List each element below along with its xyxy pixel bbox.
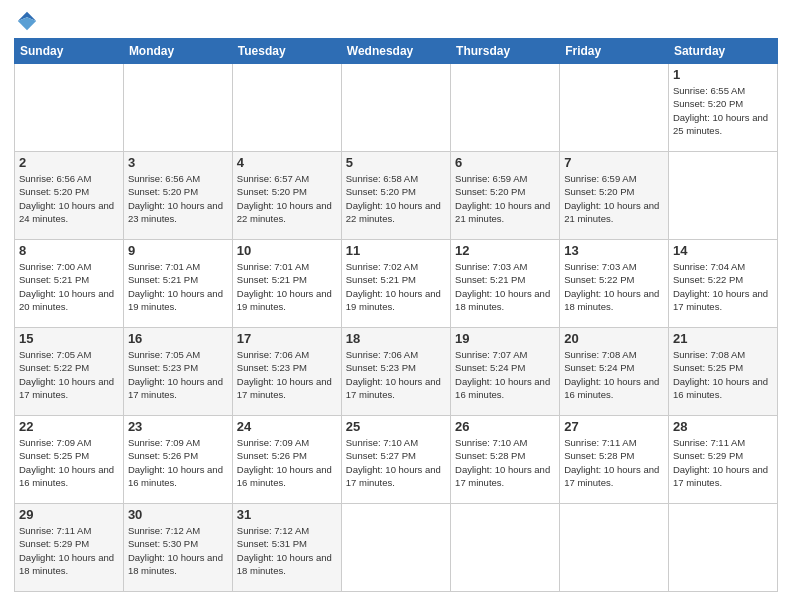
calendar-cell: 26 Sunrise: 7:10 AMSunset: 5:28 PMDaylig…	[451, 416, 560, 504]
day-number: 20	[564, 331, 664, 346]
day-info: Sunrise: 7:03 AMSunset: 5:21 PMDaylight:…	[455, 261, 550, 312]
calendar-cell: 17 Sunrise: 7:06 AMSunset: 5:23 PMDaylig…	[232, 328, 341, 416]
day-number: 26	[455, 419, 555, 434]
calendar-container: SundayMondayTuesdayWednesdayThursdayFrid…	[0, 0, 792, 612]
calendar-cell: 29 Sunrise: 7:11 AMSunset: 5:29 PMDaylig…	[15, 504, 124, 592]
calendar-cell: 18 Sunrise: 7:06 AMSunset: 5:23 PMDaylig…	[341, 328, 450, 416]
day-number: 23	[128, 419, 228, 434]
calendar-day-header: Thursday	[451, 39, 560, 64]
calendar-cell	[451, 504, 560, 592]
day-number: 30	[128, 507, 228, 522]
calendar-cell: 11 Sunrise: 7:02 AMSunset: 5:21 PMDaylig…	[341, 240, 450, 328]
calendar-cell: 9 Sunrise: 7:01 AMSunset: 5:21 PMDayligh…	[123, 240, 232, 328]
day-number: 15	[19, 331, 119, 346]
day-number: 14	[673, 243, 773, 258]
day-number: 29	[19, 507, 119, 522]
day-number: 24	[237, 419, 337, 434]
calendar-week-row: 8 Sunrise: 7:00 AMSunset: 5:21 PMDayligh…	[15, 240, 778, 328]
calendar-cell	[668, 504, 777, 592]
calendar-table: SundayMondayTuesdayWednesdayThursdayFrid…	[14, 38, 778, 592]
calendar-cell	[15, 64, 124, 152]
day-info: Sunrise: 6:57 AMSunset: 5:20 PMDaylight:…	[237, 173, 332, 224]
day-info: Sunrise: 7:11 AMSunset: 5:28 PMDaylight:…	[564, 437, 659, 488]
day-number: 10	[237, 243, 337, 258]
calendar-cell	[341, 504, 450, 592]
calendar-cell	[451, 64, 560, 152]
day-number: 7	[564, 155, 664, 170]
day-info: Sunrise: 7:10 AMSunset: 5:28 PMDaylight:…	[455, 437, 550, 488]
day-info: Sunrise: 7:02 AMSunset: 5:21 PMDaylight:…	[346, 261, 441, 312]
day-info: Sunrise: 6:55 AMSunset: 5:20 PMDaylight:…	[673, 85, 768, 136]
day-number: 31	[237, 507, 337, 522]
day-number: 8	[19, 243, 119, 258]
calendar-week-row: 22 Sunrise: 7:09 AMSunset: 5:25 PMDaylig…	[15, 416, 778, 504]
day-info: Sunrise: 7:01 AMSunset: 5:21 PMDaylight:…	[237, 261, 332, 312]
logo	[14, 10, 38, 32]
day-number: 18	[346, 331, 446, 346]
calendar-day-header: Monday	[123, 39, 232, 64]
calendar-cell: 10 Sunrise: 7:01 AMSunset: 5:21 PMDaylig…	[232, 240, 341, 328]
day-number: 22	[19, 419, 119, 434]
day-info: Sunrise: 7:07 AMSunset: 5:24 PMDaylight:…	[455, 349, 550, 400]
day-info: Sunrise: 7:06 AMSunset: 5:23 PMDaylight:…	[346, 349, 441, 400]
calendar-cell: 14 Sunrise: 7:04 AMSunset: 5:22 PMDaylig…	[668, 240, 777, 328]
day-number: 12	[455, 243, 555, 258]
day-info: Sunrise: 6:59 AMSunset: 5:20 PMDaylight:…	[455, 173, 550, 224]
day-info: Sunrise: 7:12 AMSunset: 5:31 PMDaylight:…	[237, 525, 332, 576]
day-number: 17	[237, 331, 337, 346]
day-number: 9	[128, 243, 228, 258]
calendar-week-row: 15 Sunrise: 7:05 AMSunset: 5:22 PMDaylig…	[15, 328, 778, 416]
calendar-cell: 27 Sunrise: 7:11 AMSunset: 5:28 PMDaylig…	[560, 416, 669, 504]
calendar-cell: 16 Sunrise: 7:05 AMSunset: 5:23 PMDaylig…	[123, 328, 232, 416]
day-info: Sunrise: 7:00 AMSunset: 5:21 PMDaylight:…	[19, 261, 114, 312]
calendar-day-header: Friday	[560, 39, 669, 64]
calendar-cell: 31 Sunrise: 7:12 AMSunset: 5:31 PMDaylig…	[232, 504, 341, 592]
day-info: Sunrise: 7:09 AMSunset: 5:26 PMDaylight:…	[237, 437, 332, 488]
calendar-cell: 28 Sunrise: 7:11 AMSunset: 5:29 PMDaylig…	[668, 416, 777, 504]
day-info: Sunrise: 7:10 AMSunset: 5:27 PMDaylight:…	[346, 437, 441, 488]
calendar-cell: 23 Sunrise: 7:09 AMSunset: 5:26 PMDaylig…	[123, 416, 232, 504]
calendar-cell: 20 Sunrise: 7:08 AMSunset: 5:24 PMDaylig…	[560, 328, 669, 416]
calendar-cell: 8 Sunrise: 7:00 AMSunset: 5:21 PMDayligh…	[15, 240, 124, 328]
calendar-cell: 2 Sunrise: 6:56 AMSunset: 5:20 PMDayligh…	[15, 152, 124, 240]
day-number: 16	[128, 331, 228, 346]
calendar-cell: 1 Sunrise: 6:55 AMSunset: 5:20 PMDayligh…	[668, 64, 777, 152]
calendar-cell: 19 Sunrise: 7:07 AMSunset: 5:24 PMDaylig…	[451, 328, 560, 416]
calendar-cell	[341, 64, 450, 152]
calendar-cell: 30 Sunrise: 7:12 AMSunset: 5:30 PMDaylig…	[123, 504, 232, 592]
day-info: Sunrise: 7:11 AMSunset: 5:29 PMDaylight:…	[19, 525, 114, 576]
calendar-day-header: Saturday	[668, 39, 777, 64]
day-number: 11	[346, 243, 446, 258]
day-info: Sunrise: 7:06 AMSunset: 5:23 PMDaylight:…	[237, 349, 332, 400]
day-number: 3	[128, 155, 228, 170]
calendar-cell	[123, 64, 232, 152]
day-info: Sunrise: 6:58 AMSunset: 5:20 PMDaylight:…	[346, 173, 441, 224]
day-number: 21	[673, 331, 773, 346]
calendar-week-row: 1 Sunrise: 6:55 AMSunset: 5:20 PMDayligh…	[15, 64, 778, 152]
day-number: 28	[673, 419, 773, 434]
calendar-day-header: Wednesday	[341, 39, 450, 64]
day-number: 2	[19, 155, 119, 170]
day-info: Sunrise: 6:59 AMSunset: 5:20 PMDaylight:…	[564, 173, 659, 224]
calendar-cell	[560, 64, 669, 152]
logo-icon	[16, 10, 38, 32]
day-number: 19	[455, 331, 555, 346]
day-info: Sunrise: 7:08 AMSunset: 5:25 PMDaylight:…	[673, 349, 768, 400]
day-info: Sunrise: 6:56 AMSunset: 5:20 PMDaylight:…	[128, 173, 223, 224]
calendar-cell: 7 Sunrise: 6:59 AMSunset: 5:20 PMDayligh…	[560, 152, 669, 240]
calendar-cell: 5 Sunrise: 6:58 AMSunset: 5:20 PMDayligh…	[341, 152, 450, 240]
calendar-cell: 15 Sunrise: 7:05 AMSunset: 5:22 PMDaylig…	[15, 328, 124, 416]
calendar-week-row: 29 Sunrise: 7:11 AMSunset: 5:29 PMDaylig…	[15, 504, 778, 592]
day-info: Sunrise: 7:08 AMSunset: 5:24 PMDaylight:…	[564, 349, 659, 400]
calendar-cell: 13 Sunrise: 7:03 AMSunset: 5:22 PMDaylig…	[560, 240, 669, 328]
day-info: Sunrise: 7:04 AMSunset: 5:22 PMDaylight:…	[673, 261, 768, 312]
calendar-cell	[232, 64, 341, 152]
calendar-cell: 24 Sunrise: 7:09 AMSunset: 5:26 PMDaylig…	[232, 416, 341, 504]
day-number: 1	[673, 67, 773, 82]
calendar-cell: 21 Sunrise: 7:08 AMSunset: 5:25 PMDaylig…	[668, 328, 777, 416]
day-info: Sunrise: 7:09 AMSunset: 5:25 PMDaylight:…	[19, 437, 114, 488]
day-info: Sunrise: 7:05 AMSunset: 5:23 PMDaylight:…	[128, 349, 223, 400]
day-number: 13	[564, 243, 664, 258]
day-info: Sunrise: 6:56 AMSunset: 5:20 PMDaylight:…	[19, 173, 114, 224]
calendar-day-header: Tuesday	[232, 39, 341, 64]
